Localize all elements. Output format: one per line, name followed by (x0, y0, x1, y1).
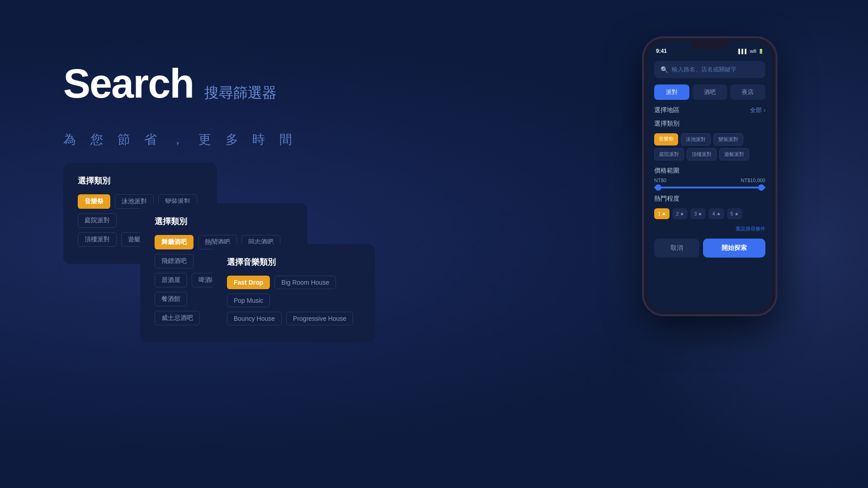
phone-popularity-header: 熱門程度 (654, 195, 765, 203)
search-bar-placeholder: 輸入路名、店名或關鍵字 (672, 66, 736, 74)
tag-whiskey-bar[interactable]: 威士忌酒吧 (155, 311, 200, 325)
battery-icon: 🔋 (758, 49, 764, 54)
phone-status-icons: ▌▌▌ wifi 🔋 (738, 49, 764, 54)
star-5-icon: ★ (735, 211, 739, 216)
wifi-icon: wifi (750, 49, 756, 54)
tag-fast-drop[interactable]: Fast Drop (227, 276, 270, 289)
phone-content: 🔍 輸入路名、店名或關鍵字 派對 酒吧 夜店 選擇地區 全部 › (647, 57, 773, 311)
phone-stars-row: 1 ★ 2 ★ 3 ★ 4 ★ (654, 208, 765, 219)
phone-category-section-header: 選擇類別 (654, 120, 765, 128)
phone-btn-row: 取消 開始探索 (654, 239, 765, 258)
tag-progressive-house[interactable]: Progressive House (286, 312, 353, 325)
tag-music-festival[interactable]: 音樂祭 (78, 194, 110, 209)
search-icon: 🔍 (660, 66, 668, 73)
phone-notch (692, 41, 728, 49)
panel-music-title: 選擇音樂類別 (227, 257, 361, 267)
star-1-icon: ★ (662, 211, 666, 216)
phone-mockup-wrapper: 9:41 ▌▌▌ wifi 🔋 🔍 輸入路名、店名或關鍵字 派對 酒吧 (642, 36, 778, 316)
phone-outer: 9:41 ▌▌▌ wifi 🔋 🔍 輸入路名、店名或關鍵字 派對 酒吧 (642, 36, 778, 316)
phone-price-label: 價格範圍 (654, 167, 679, 175)
panel-music-row2: Bouncy House Progressive House (227, 312, 361, 325)
tag-big-room-house[interactable]: Big Room House (274, 276, 336, 289)
phone-price-min: NT$0 (654, 178, 666, 183)
phone-region-section: 選擇地區 全部 › (654, 106, 765, 114)
phone-status-bar: 9:41 ▌▌▌ wifi 🔋 (647, 41, 773, 57)
phone-slider-thumb-right[interactable] (758, 184, 764, 191)
star-5-value: 5 (731, 211, 733, 216)
tag-dance-bar[interactable]: 舞廳酒吧 (155, 235, 193, 249)
star-3-icon: ★ (698, 211, 702, 216)
tag-dart-bar[interactable]: 飛鏢酒吧 (155, 254, 193, 268)
phone-region-value-row[interactable]: 全部 › (750, 106, 765, 114)
phone-tab-bar[interactable]: 酒吧 (692, 84, 727, 100)
phone-start-button[interactable]: 開始探索 (703, 239, 765, 258)
star-1-value: 1 (658, 211, 660, 216)
phone-tag-yacht[interactable]: 遊艇派對 (719, 148, 749, 160)
phone-cancel-button[interactable]: 取消 (654, 239, 699, 258)
phone-tag-rooftop[interactable]: 頂樓派對 (687, 148, 717, 160)
panel-sub-title: 選擇類別 (155, 216, 293, 227)
tag-garden-party[interactable]: 庭院派對 (78, 213, 117, 228)
tag-izakaya[interactable]: 居酒屋 (155, 273, 187, 287)
chevron-right-icon: › (764, 107, 765, 113)
phone-tab-row: 派對 酒吧 夜店 (654, 84, 765, 100)
phone-region-value: 全部 (750, 106, 762, 114)
star-4-value: 4 (712, 211, 715, 216)
phone-star-5[interactable]: 5 ★ (727, 208, 742, 219)
tag-wine-dine[interactable]: 餐酒館 (155, 292, 187, 306)
tagline: 為 您 節 省 ， 更 多 時 間 (63, 131, 297, 148)
phone-slider-fill (654, 187, 765, 188)
star-2-value: 2 (676, 211, 679, 216)
phone-star-4[interactable]: 4 ★ (708, 208, 724, 219)
panel-main-title: 選擇類別 (78, 175, 203, 186)
panel-music-category: 選擇音樂類別 Fast Drop Big Room House Pop Musi… (212, 244, 375, 343)
phone-tab-nightclub[interactable]: 夜店 (730, 84, 765, 100)
phone-tag-garden-party[interactable]: 庭院派對 (654, 148, 684, 160)
phone-slider-thumb-left[interactable] (655, 184, 661, 191)
phone-region-label: 選擇地區 (654, 106, 679, 114)
phone-screen: 9:41 ▌▌▌ wifi 🔋 🔍 輸入路名、店名或關鍵字 派對 酒吧 (647, 41, 773, 311)
phone-tag-costume-party[interactable]: 變裝派對 (713, 133, 743, 145)
phone-tab-party[interactable]: 派對 (654, 84, 689, 100)
phone-category-tags: 音樂祭 泳池派對 變裝派對 庭院派對 頂樓派對 遊艇派對 (654, 133, 765, 160)
phone-popularity-label: 熱門程度 (654, 195, 679, 203)
phone-price-section: 價格範圍 NT$0 NT$10,000 (654, 167, 765, 188)
phone-price-range-labels: NT$0 NT$10,000 (654, 178, 765, 183)
tag-bouncy-house[interactable]: Bouncy House (227, 312, 282, 325)
star-2-icon: ★ (680, 211, 684, 216)
phone-tag-music-festival[interactable]: 音樂祭 (654, 133, 678, 145)
left-section: Search 搜尋篩選器 為 您 節 省 ， 更 多 時 間 (63, 63, 297, 148)
phone-price-slider[interactable] (654, 187, 765, 188)
phone-price-header: 價格範圍 (654, 167, 765, 175)
tag-rooftop-party[interactable]: 頂樓派對 (78, 232, 117, 247)
phone-time: 9:41 (656, 48, 667, 54)
phone-reset-text[interactable]: 重設搜尋條件 (654, 225, 765, 232)
page-title-sub: 搜尋篩選器 (204, 83, 277, 103)
panel-music-row1: Fast Drop Big Room House Pop Music (227, 276, 361, 307)
phone-category-label: 選擇類別 (654, 120, 679, 128)
signal-icon: ▌▌▌ (738, 49, 748, 54)
phone-price-max: NT$10,000 (741, 178, 765, 183)
star-4-icon: ★ (717, 211, 721, 216)
phone-star-1[interactable]: 1 ★ (654, 208, 670, 219)
phone-tag-pool-party[interactable]: 泳池派對 (681, 133, 711, 145)
tag-pop-music[interactable]: Pop Music (227, 294, 270, 307)
phone-search-bar[interactable]: 🔍 輸入路名、店名或關鍵字 (654, 61, 765, 78)
star-3-value: 3 (694, 211, 697, 216)
title-row: Search 搜尋篩選器 (63, 63, 297, 104)
phone-star-3[interactable]: 3 ★ (690, 208, 706, 219)
page-title-bold: Search (63, 63, 193, 104)
phone-star-2[interactable]: 2 ★ (672, 208, 688, 219)
